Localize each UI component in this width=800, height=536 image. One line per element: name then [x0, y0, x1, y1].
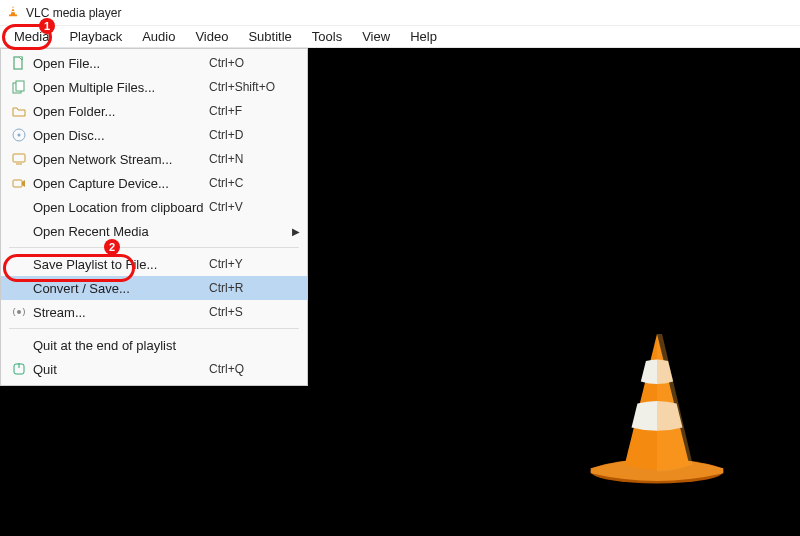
file-icon: [5, 55, 33, 71]
disc-icon: [5, 127, 33, 143]
menu-item-open-folder[interactable]: Open Folder... Ctrl+F: [1, 99, 307, 123]
folder-icon: [5, 103, 33, 119]
menu-separator: [9, 247, 299, 248]
stream-icon: [5, 304, 33, 320]
svg-point-9: [18, 134, 21, 137]
svg-rect-10: [13, 154, 25, 162]
menu-item-quit[interactable]: Quit Ctrl+Q: [1, 357, 307, 381]
menu-item-save-playlist[interactable]: Save Playlist to File... Ctrl+Y: [1, 252, 307, 276]
svg-marker-0: [11, 6, 16, 15]
menu-item-quit-end-playlist[interactable]: Quit at the end of playlist: [1, 333, 307, 357]
quit-icon: [5, 361, 33, 377]
menu-tools[interactable]: Tools: [302, 27, 352, 46]
svg-rect-7: [16, 81, 24, 91]
menu-item-stream[interactable]: Stream... Ctrl+S: [1, 300, 307, 324]
svg-rect-3: [9, 15, 17, 17]
menu-audio[interactable]: Audio: [132, 27, 185, 46]
menubar: Media Playback Audio Video Subtitle Tool…: [0, 26, 800, 48]
menu-item-open-disc[interactable]: Open Disc... Ctrl+D: [1, 123, 307, 147]
svg-point-14: [17, 310, 21, 314]
menu-item-open-recent-media[interactable]: Open Recent Media ▶: [1, 219, 307, 243]
menu-item-open-capture-device[interactable]: Open Capture Device... Ctrl+C: [1, 171, 307, 195]
menu-item-open-location-clipboard[interactable]: Open Location from clipboard Ctrl+V: [1, 195, 307, 219]
titlebar: VLC media player: [0, 0, 800, 26]
window-title: VLC media player: [26, 6, 121, 20]
submenu-arrow-icon: ▶: [289, 226, 303, 237]
media-menu-dropdown: Open File... Ctrl+O Open Multiple Files.…: [0, 48, 308, 386]
svg-rect-1: [12, 8, 14, 9]
vlc-cone-icon: [6, 4, 20, 21]
menu-view[interactable]: View: [352, 27, 400, 46]
svg-rect-2: [11, 11, 14, 12]
menu-media[interactable]: Media: [4, 27, 59, 46]
files-icon: [5, 79, 33, 95]
menu-video[interactable]: Video: [185, 27, 238, 46]
vlc-cone-logo-icon: [572, 322, 742, 492]
menu-help[interactable]: Help: [400, 27, 447, 46]
menu-playback[interactable]: Playback: [59, 27, 132, 46]
menu-item-open-network-stream[interactable]: Open Network Stream... Ctrl+N: [1, 147, 307, 171]
menu-subtitle[interactable]: Subtitle: [238, 27, 301, 46]
menu-separator: [9, 328, 299, 329]
svg-rect-12: [13, 180, 22, 187]
network-icon: [5, 151, 33, 167]
menu-item-convert-save[interactable]: Convert / Save... Ctrl+R: [1, 276, 307, 300]
capture-icon: [5, 175, 33, 191]
menu-item-open-file[interactable]: Open File... Ctrl+O: [1, 51, 307, 75]
menu-item-open-multiple-files[interactable]: Open Multiple Files... Ctrl+Shift+O: [1, 75, 307, 99]
